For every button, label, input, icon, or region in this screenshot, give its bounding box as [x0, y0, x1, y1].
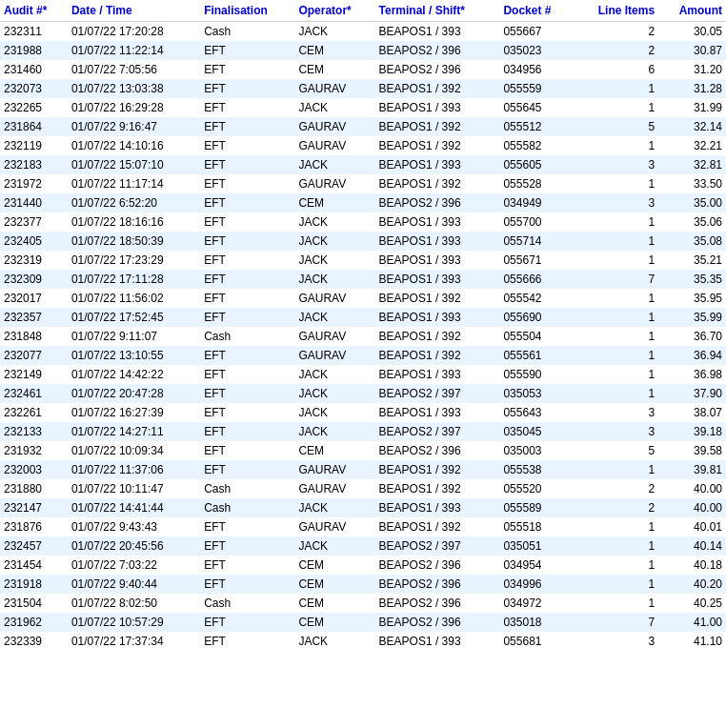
- table-cell: BEAPOS2 / 396: [375, 556, 500, 575]
- table-cell: 01/07/22 17:37:34: [68, 632, 200, 651]
- table-cell: 01/07/22 18:50:39: [68, 232, 200, 251]
- table-cell: GAURAV: [294, 79, 374, 98]
- table-cell: BEAPOS1 / 393: [375, 365, 500, 384]
- table-cell: 055561: [499, 346, 573, 365]
- table-row: 23145401/07/22 7:03:22EFTCEMBEAPOS2 / 39…: [0, 556, 726, 575]
- table-cell: 36.70: [658, 327, 726, 346]
- table-cell: BEAPOS1 / 392: [375, 517, 500, 536]
- table-cell: 232405: [0, 232, 68, 251]
- table-cell: 01/07/22 7:05:56: [68, 60, 200, 79]
- table-cell: EFT: [200, 155, 294, 174]
- table-cell: 231504: [0, 594, 68, 613]
- table-row: 23235701/07/22 17:52:45EFTJACKBEAPOS1 / …: [0, 308, 726, 327]
- table-cell: 01/07/22 17:11:28: [68, 270, 200, 289]
- table-cell: JACK: [294, 22, 374, 42]
- table-cell: 2: [574, 498, 659, 517]
- table-cell: 055667: [499, 22, 573, 42]
- table-cell: 035045: [499, 422, 573, 441]
- table-cell: BEAPOS1 / 392: [375, 460, 500, 479]
- table-cell: Cash: [200, 498, 294, 517]
- table-cell: 1: [574, 536, 659, 556]
- table-cell: BEAPOS2 / 396: [375, 594, 500, 613]
- table-cell: 01/07/22 14:10:16: [68, 136, 200, 155]
- table-cell: EFT: [200, 460, 294, 479]
- table-cell: 40.14: [658, 536, 726, 556]
- table-cell: GAURAV: [294, 174, 374, 193]
- table-cell: CEM: [294, 556, 374, 575]
- table-cell: 055518: [499, 517, 573, 536]
- table-cell: EFT: [200, 308, 294, 327]
- table-cell: 35.21: [658, 251, 726, 270]
- table-row: 23245701/07/22 20:45:56EFTJACKBEAPOS2 / …: [0, 536, 726, 556]
- table-cell: 35.95: [658, 289, 726, 308]
- table-cell: GAURAV: [294, 327, 374, 346]
- table-cell: 32.81: [658, 155, 726, 174]
- table-cell: 034956: [499, 60, 573, 79]
- table-row: 23231101/07/22 17:20:28CashJACKBEAPOS1 /…: [0, 22, 726, 42]
- table-cell: 39.81: [658, 460, 726, 479]
- table-cell: 01/07/22 17:23:29: [68, 251, 200, 270]
- table-row: 23144001/07/22 6:52:20EFTCEMBEAPOS2 / 39…: [0, 193, 726, 212]
- table-cell: 1: [574, 517, 659, 536]
- table-cell: GAURAV: [294, 117, 374, 136]
- table-cell: 40.18: [658, 556, 726, 575]
- table-cell: 01/07/22 17:20:28: [68, 22, 200, 42]
- table-cell: EFT: [200, 136, 294, 155]
- table-cell: 232003: [0, 460, 68, 479]
- table-row: 23226501/07/22 16:29:28EFTJACKBEAPOS1 / …: [0, 98, 726, 117]
- table-row: 23188001/07/22 10:11:47CashGAURAVBEAPOS1…: [0, 479, 726, 498]
- table-cell: 01/07/22 11:17:14: [68, 174, 200, 193]
- table-cell: BEAPOS1 / 392: [375, 289, 500, 308]
- table-cell: 231918: [0, 575, 68, 594]
- table-cell: 01/07/22 16:29:28: [68, 98, 200, 117]
- table-cell: 055538: [499, 460, 573, 479]
- table-cell: 01/07/22 14:42:22: [68, 365, 200, 384]
- table-cell: CEM: [294, 613, 374, 632]
- table-cell: JACK: [294, 212, 374, 232]
- table-cell: EFT: [200, 60, 294, 79]
- table-row: 23150401/07/22 8:02:50CashCEMBEAPOS2 / 3…: [0, 594, 726, 613]
- table-cell: 01/07/22 13:10:55: [68, 346, 200, 365]
- table-cell: 01/07/22 17:52:45: [68, 308, 200, 327]
- table-cell: 055681: [499, 632, 573, 651]
- table-cell: 35.08: [658, 232, 726, 251]
- table-cell: BEAPOS2 / 396: [375, 193, 500, 212]
- table-cell: 231988: [0, 41, 68, 60]
- table-cell: 1: [574, 174, 659, 193]
- table-cell: BEAPOS2 / 396: [375, 60, 500, 79]
- table-cell: 231876: [0, 517, 68, 536]
- table-cell: 231460: [0, 60, 68, 79]
- table-cell: 055666: [499, 270, 573, 289]
- table-cell: JACK: [294, 155, 374, 174]
- table-cell: 01/07/22 11:22:14: [68, 41, 200, 60]
- table-cell: 1: [574, 232, 659, 251]
- table-row: 23233901/07/22 17:37:34EFTJACKBEAPOS1 / …: [0, 632, 726, 651]
- table-cell: 034996: [499, 575, 573, 594]
- table-cell: 231454: [0, 556, 68, 575]
- table-cell: 7: [574, 613, 659, 632]
- table-cell: 2: [574, 22, 659, 42]
- table-cell: BEAPOS2 / 397: [375, 422, 500, 441]
- table-cell: 3: [574, 632, 659, 651]
- table-cell: 01/07/22 9:40:44: [68, 575, 200, 594]
- table-cell: 35.35: [658, 270, 726, 289]
- table-cell: 055645: [499, 98, 573, 117]
- table-cell: BEAPOS1 / 392: [375, 327, 500, 346]
- table-cell: 01/07/22 11:56:02: [68, 289, 200, 308]
- table-cell: EFT: [200, 441, 294, 460]
- table-cell: 01/07/22 10:09:34: [68, 441, 200, 460]
- table-cell: 232017: [0, 289, 68, 308]
- table-cell: 232377: [0, 212, 68, 232]
- table-cell: 31.99: [658, 98, 726, 117]
- table-cell: 055582: [499, 136, 573, 155]
- table-cell: BEAPOS1 / 393: [375, 98, 500, 117]
- table-cell: 01/07/22 10:11:47: [68, 479, 200, 498]
- table-cell: 01/07/22 15:07:10: [68, 155, 200, 174]
- table-cell: BEAPOS1 / 393: [375, 632, 500, 651]
- table-cell: EFT: [200, 422, 294, 441]
- table-cell: 01/07/22 8:02:50: [68, 594, 200, 613]
- table-cell: JACK: [294, 498, 374, 517]
- table-cell: 232133: [0, 422, 68, 441]
- table-row: 23146001/07/22 7:05:56EFTCEMBEAPOS2 / 39…: [0, 60, 726, 79]
- table-row: 23187601/07/22 9:43:43EFTGAURAVBEAPOS1 /…: [0, 517, 726, 536]
